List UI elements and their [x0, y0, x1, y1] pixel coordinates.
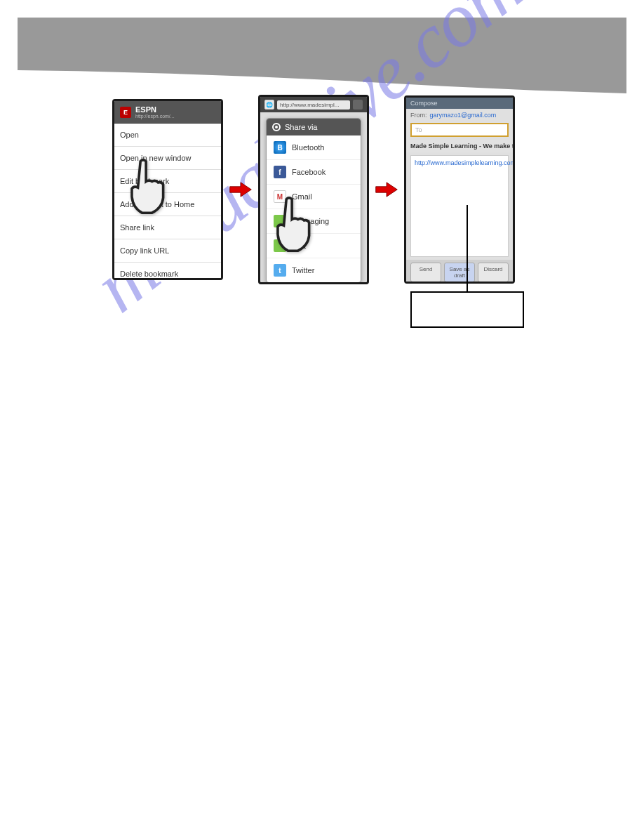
context-menu: Open Open in new window Edit bookmark Ad…: [114, 124, 221, 280]
from-row: From: garymazo1@gmail.com: [406, 109, 513, 121]
share-item-gmail[interactable]: MGmail: [267, 185, 361, 209]
menu-item-edit[interactable]: Edit bookmark: [114, 170, 221, 193]
address-text[interactable]: http://www.madesimpl...: [277, 100, 350, 110]
menu-item-share-link[interactable]: Share link: [114, 216, 221, 239]
bookmark-icon[interactable]: [353, 100, 363, 110]
bluetooth-icon: B: [274, 141, 286, 154]
figure-row: E ESPN http://espn.com/... Open Open in …: [112, 95, 515, 284]
share-dialog: Share via BBluetooth fFacebook MGmail Me…: [266, 118, 361, 283]
share-header: Share via: [267, 119, 361, 135]
callout-box: [410, 291, 524, 328]
share-label: Facebook: [292, 168, 326, 176]
discard-button[interactable]: Discard: [478, 263, 509, 282]
twitter-icon: t: [274, 264, 286, 277]
from-label: From:: [410, 112, 427, 119]
share-circle-icon: [272, 123, 281, 131]
bookmark-header: E ESPN http://espn.com/...: [114, 101, 221, 124]
share-item-facebook[interactable]: fFacebook: [267, 160, 361, 185]
subject-field[interactable]: Made Simple Learning - We make te: [406, 140, 513, 152]
share-label: Bluetooth: [292, 143, 324, 152]
share-label: Twitter: [292, 266, 314, 274]
screenshot-compose-email: Compose From: garymazo1@gmail.com To Mad…: [404, 95, 515, 284]
arrow-right-icon: [375, 180, 398, 199]
menu-item-open-new[interactable]: Open in new window: [114, 147, 221, 170]
screenshot-bookmark-menu: E ESPN http://espn.com/... Open Open in …: [112, 99, 223, 280]
compose-title: Compose: [406, 98, 513, 109]
screenshot-share-via: 🌐 http://www.madesimpl... Share via BBlu…: [258, 95, 369, 284]
browser-address-bar: 🌐 http://www.madesimpl...: [260, 97, 367, 112]
facebook-icon: f: [274, 166, 286, 178]
menu-item-copy-url[interactable]: Copy link URL: [114, 239, 221, 263]
from-email: garymazo1@gmail.com: [430, 112, 497, 119]
bookmark-url: http://espn.com/...: [135, 114, 175, 119]
menu-item-delete[interactable]: Delete bookmark: [114, 263, 221, 280]
share-item-twitter[interactable]: tTwitter: [267, 258, 361, 282]
share-label: Gmail: [292, 192, 312, 201]
callout-leader-line: [467, 205, 468, 293]
save-draft-button[interactable]: Save as draft: [444, 263, 475, 282]
gmail-icon: M: [274, 190, 286, 203]
share-item-text[interactable]: Text: [267, 234, 361, 258]
espn-icon: E: [120, 107, 131, 118]
bookmark-title: ESPN: [135, 105, 175, 114]
messaging-icon: [274, 215, 286, 227]
share-title: Share via: [285, 123, 317, 131]
globe-icon: 🌐: [264, 100, 274, 110]
menu-item-add-shortcut[interactable]: Add shortcut to Home: [114, 193, 221, 216]
page-header-banner: [18, 18, 626, 70]
share-item-bluetooth[interactable]: BBluetooth: [267, 135, 361, 160]
text-icon: [274, 239, 286, 252]
arrow-right-icon: [229, 180, 253, 199]
share-label: Messaging: [292, 217, 329, 225]
send-button[interactable]: Send: [410, 263, 441, 282]
share-item-messaging[interactable]: Messaging: [267, 209, 361, 234]
menu-item-open[interactable]: Open: [114, 124, 221, 147]
to-field[interactable]: To: [410, 123, 509, 137]
compose-buttons: Send Save as draft Discard: [406, 260, 513, 284]
share-label: Text: [292, 241, 306, 250]
body-field[interactable]: http://www.madesimplelearning.com/index.…: [410, 155, 509, 257]
